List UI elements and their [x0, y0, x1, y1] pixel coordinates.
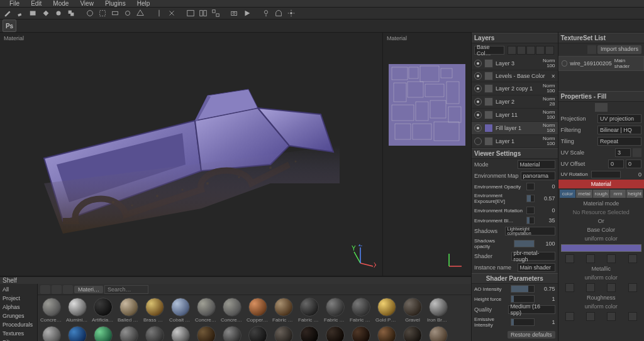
- material-item[interactable]: Fabric Barn...: [272, 298, 295, 323]
- shape-poly-tool[interactable]: [135, 8, 146, 19]
- layer-item[interactable]: Layer 2Norm28: [472, 95, 558, 109]
- material-item[interactable]: Cobalt Pure: [169, 298, 192, 323]
- material-item[interactable]: Concrete S...: [195, 298, 218, 323]
- material-item[interactable]: Gold Pure: [375, 298, 398, 323]
- material-item[interactable]: Lizard scales: [401, 326, 424, 341]
- material-item[interactable]: Gravel: [401, 298, 424, 323]
- shape-rect-tool[interactable]: [109, 8, 121, 19]
- shelf-category-project[interactable]: Project: [0, 294, 37, 303]
- shelf-filter-tag[interactable]: Materi…: [74, 286, 103, 293]
- eye-icon[interactable]: [562, 60, 568, 67]
- material-item[interactable]: Balled Light...: [118, 298, 140, 323]
- roughness-mode[interactable]: uniform color: [558, 302, 645, 311]
- material-item[interactable]: Mortar wall: [427, 326, 450, 341]
- shape-circle-tool[interactable]: [122, 8, 133, 19]
- tiling-select[interactable]: Repeat: [597, 137, 641, 146]
- view-both-tool[interactable]: [210, 8, 221, 19]
- shelf-category-textures[interactable]: Textures: [0, 329, 37, 338]
- bc-icon1[interactable]: [565, 254, 574, 263]
- render-tool[interactable]: [242, 8, 253, 19]
- shelf-search[interactable]: Search…: [104, 285, 148, 294]
- material-item[interactable]: Artificial Leat...: [92, 298, 114, 323]
- layer-item[interactable]: Layer 3Norm100: [472, 57, 558, 70]
- layer-item[interactable]: Layer 1Norm100: [472, 135, 558, 148]
- view-2d-tool[interactable]: [197, 8, 209, 19]
- material-item[interactable]: Iron Raw: [195, 326, 218, 341]
- material-item[interactable]: Brass Pure: [143, 298, 166, 323]
- eye-icon[interactable]: [474, 138, 482, 145]
- env-bl-slider[interactable]: [526, 217, 535, 224]
- rgh-icon1[interactable]: [565, 312, 574, 321]
- material-item[interactable]: Iron Brushed: [427, 298, 450, 323]
- uv-offset-y[interactable]: 0: [626, 160, 641, 168]
- bc-icon3[interactable]: [607, 254, 616, 263]
- layer-delete-icon[interactable]: [545, 46, 554, 55]
- material-item[interactable]: Fabric Base...: [298, 298, 321, 323]
- metallic-mode[interactable]: uniform color: [558, 273, 645, 282]
- material-item[interactable]: Knitted Swe...: [272, 326, 295, 341]
- material-item[interactable]: Iron Hamm...: [118, 326, 140, 341]
- channel-nrm[interactable]: nrm: [610, 190, 626, 198]
- mirror-tool[interactable]: [166, 8, 177, 19]
- channel-height[interactable]: height: [626, 190, 643, 198]
- menu-edit[interactable]: Edit: [25, 0, 47, 7]
- menu-file[interactable]: File: [4, 0, 25, 7]
- base-color-swatch[interactable]: [561, 244, 642, 252]
- material-item[interactable]: Iron Powder...: [143, 326, 166, 341]
- material-item[interactable]: Concrete Cl...: [40, 298, 63, 323]
- material-item[interactable]: Knitted: [247, 326, 269, 341]
- shelf-category-all[interactable]: All: [0, 285, 37, 294]
- quality-select[interactable]: Medium (16 spp): [508, 305, 555, 314]
- import-shaders-button[interactable]: Import shaders: [597, 45, 641, 54]
- material-item[interactable]: Aluminium ...: [66, 298, 89, 323]
- shadows-opacity-slider[interactable]: [514, 240, 535, 247]
- symmetry-tool[interactable]: [153, 8, 165, 19]
- env-rotation-slider[interactable]: [526, 207, 535, 214]
- restore-defaults-button[interactable]: Restore defaults: [508, 331, 555, 338]
- bc-icon4[interactable]: [628, 254, 637, 263]
- rgh-icon4[interactable]: [628, 312, 637, 321]
- app-icon[interactable]: Ps: [3, 19, 16, 32]
- eye-icon[interactable]: [474, 60, 482, 67]
- met-icon2[interactable]: [586, 283, 595, 292]
- filtering-select[interactable]: Bilinear | HQ: [597, 126, 641, 134]
- rgh-icon2[interactable]: [586, 312, 595, 321]
- channel-metal[interactable]: metal: [576, 190, 592, 198]
- uv-offset-x[interactable]: 0: [608, 160, 624, 168]
- light-tool[interactable]: [260, 8, 272, 19]
- shadows-select[interactable]: Lightweight computation: [505, 227, 555, 235]
- channel-rough[interactable]: rough: [593, 190, 609, 198]
- shelf-category-procedurals[interactable]: Procedurals: [0, 320, 37, 329]
- height-slider[interactable]: [511, 295, 535, 303]
- eye-icon[interactable]: [474, 124, 482, 132]
- bc-icon2[interactable]: [586, 254, 595, 263]
- shelf-list-view[interactable]: [40, 285, 50, 294]
- rgh-icon3[interactable]: [607, 312, 616, 321]
- menu-help[interactable]: Help: [131, 0, 156, 7]
- env-opacity-slider[interactable]: [526, 183, 535, 190]
- material-item[interactable]: Iron Rough: [221, 326, 243, 341]
- fill-tool[interactable]: [40, 8, 52, 19]
- clone-tool[interactable]: [65, 8, 77, 19]
- viewer-mode-select[interactable]: Material: [518, 160, 555, 169]
- layer-fx-icon[interactable]: [536, 46, 545, 55]
- met-icon4[interactable]: [628, 283, 637, 292]
- shelf-grid-view[interactable]: [52, 285, 62, 294]
- smudge-tool[interactable]: [53, 8, 64, 19]
- material-item[interactable]: Leather Fi...: [324, 326, 347, 341]
- texset-settings-icon[interactable]: [587, 45, 596, 54]
- menu-mode[interactable]: Mode: [47, 0, 74, 7]
- layer-item[interactable]: Levels - Base Color×: [472, 70, 558, 82]
- env-map-select[interactable]: panorama: [521, 171, 555, 180]
- close-icon[interactable]: ×: [552, 73, 555, 80]
- material-item[interactable]: Concrete ...: [221, 298, 243, 323]
- settings-tool[interactable]: [286, 8, 297, 19]
- projection-select[interactable]: UV projection: [597, 114, 641, 123]
- eye-icon[interactable]: [474, 72, 482, 80]
- projection-tool[interactable]: [28, 8, 39, 19]
- material-item[interactable]: Leather Me...: [350, 326, 372, 341]
- shader-select[interactable]: pbr-metal-rough: [511, 252, 555, 261]
- material-item[interactable]: Leather bag: [298, 326, 321, 341]
- menu-plugins[interactable]: Plugins: [99, 0, 131, 7]
- picker-tool[interactable]: [84, 8, 96, 19]
